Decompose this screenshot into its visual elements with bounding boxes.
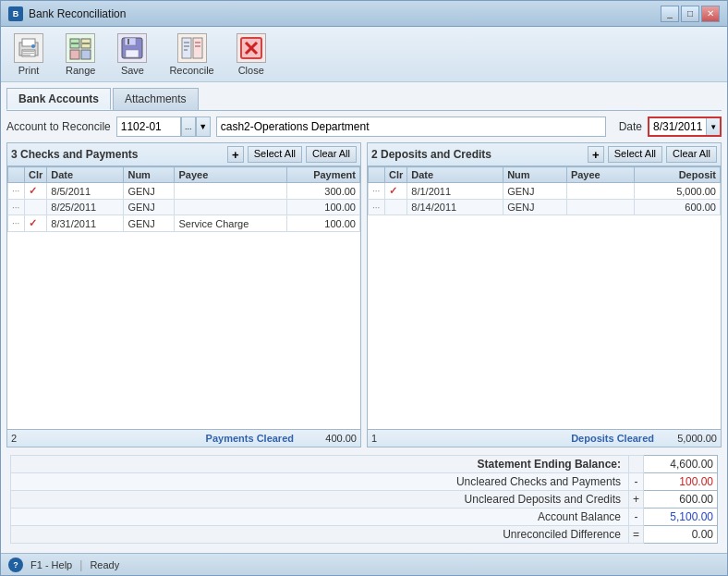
reconcile-label: Reconcile (169, 65, 213, 76)
print-button[interactable]: Print (8, 31, 49, 78)
payment-cell: 300.00 (287, 183, 360, 200)
date-label: Date (619, 120, 642, 133)
num-cell: GENJ (504, 200, 567, 215)
payment-cell: 100.00 (287, 200, 360, 215)
range-button[interactable]: Range (60, 31, 101, 78)
date-cell: 8/1/2011 (407, 183, 504, 200)
deposits-footer-count: 1 (371, 433, 390, 444)
tab-bank-accounts[interactable]: Bank Accounts (6, 88, 111, 110)
expand-btn[interactable]: ··· (369, 200, 385, 215)
checks-clear-all-button[interactable]: Clear All (306, 146, 357, 163)
help-text: F1 - Help (30, 559, 72, 570)
num-cell: GENJ (124, 215, 175, 232)
clr-cell: ✓ (385, 183, 407, 200)
dep-col-num: Num (504, 167, 567, 183)
main-area: Bank Accounts Attachments Account to Rec… (1, 82, 727, 553)
checks-footer-count: 2 (11, 433, 30, 444)
maximize-button[interactable]: □ (681, 6, 699, 22)
checks-select-all-button[interactable]: Select All (248, 146, 302, 163)
close-window-button[interactable]: ✕ (701, 6, 720, 22)
svg-rect-14 (125, 38, 136, 45)
date-cell: 8/31/2011 (47, 215, 124, 232)
account-dropdown-button[interactable]: ▼ (196, 116, 211, 137)
checks-footer-label: Payments Cleared (30, 433, 294, 444)
ending-balance-value: 4,600.00 (644, 456, 718, 473)
checks-panel-title: 3 Checks and Payments (11, 148, 224, 161)
tab-attachments[interactable]: Attachments (113, 88, 199, 110)
checks-col-clr: Clr (25, 167, 47, 183)
dep-col-clr: Clr (385, 167, 407, 183)
deposits-add-button[interactable]: + (588, 146, 604, 163)
deposits-table: Clr Date Num Payee Deposit ··· ✓ (368, 166, 721, 215)
dep-col-deposit: Deposit (635, 167, 721, 183)
checks-table: Clr Date Num Payee Payment ··· ✓ (7, 166, 360, 232)
account-code-field[interactable] (116, 116, 181, 137)
checks-add-button[interactable]: + (227, 146, 244, 163)
main-window: B Bank Reconciliation _ □ ✕ Pri (0, 0, 728, 576)
expand-btn[interactable]: ··· (8, 215, 25, 232)
range-label: Range (66, 65, 95, 76)
deposit-cell: 600.00 (635, 200, 721, 215)
deposits-panel: 2 Deposits and Credits + Select All Clea… (367, 142, 722, 447)
table-row: ··· ✓ 8/5/2011 GENJ 300.00 (8, 183, 360, 200)
help-icon: ? (8, 558, 23, 572)
expand-btn[interactable]: ··· (369, 183, 385, 200)
svg-rect-18 (193, 38, 202, 58)
status-divider: | (79, 558, 82, 571)
summary-row-ending: Statement Ending Balance: 4,600.00 (11, 456, 718, 473)
ending-balance-label: Statement Ending Balance: (11, 456, 629, 473)
reconcile-icon (177, 33, 207, 63)
svg-rect-5 (23, 55, 30, 55)
account-name-field[interactable] (216, 116, 606, 137)
save-button[interactable]: Save (112, 31, 152, 78)
close-label: Close (238, 65, 264, 76)
deposits-panel-header: 2 Deposits and Credits + Select All Clea… (368, 143, 721, 166)
deposits-select-all-button[interactable]: Select All (608, 146, 662, 163)
account-to-reconcile-label: Account to Reconcile (6, 120, 111, 133)
summary-row-uncleared-deposits: Uncleared Deposits and Credits + 600.00 (11, 491, 718, 509)
date-cell: 8/25/2011 (47, 200, 124, 215)
deposits-footer-amount: 5,000.00 (661, 433, 717, 444)
unreconciled-value: 0.00 (644, 526, 718, 544)
payee-cell (175, 183, 287, 200)
account-ellipsis-button[interactable]: ... (181, 116, 196, 137)
svg-rect-10 (81, 50, 91, 59)
reconcile-button[interactable]: Reconcile (164, 31, 219, 78)
print-icon (14, 33, 43, 63)
clr-cell (25, 200, 47, 215)
table-row: ··· 8/25/2011 GENJ 100.00 (8, 200, 360, 215)
account-balance-label: Account Balance (11, 509, 629, 526)
deposits-clear-all-button[interactable]: Clear All (666, 146, 717, 163)
uncleared-deposits-label: Uncleared Deposits and Credits (11, 491, 629, 509)
status-ready: Ready (90, 559, 119, 570)
expand-btn[interactable]: ··· (8, 200, 25, 215)
close-icon (237, 33, 266, 63)
date-dropdown-button[interactable]: ▼ (706, 118, 720, 135)
date-cell: 8/5/2011 (47, 183, 124, 200)
tabs: Bank Accounts Attachments (6, 88, 722, 111)
payee-cell (566, 200, 634, 215)
payee-cell (566, 183, 634, 200)
title-bar: B Bank Reconciliation _ □ ✕ (1, 1, 727, 27)
close-button[interactable]: Close (231, 31, 272, 78)
num-cell: GENJ (124, 200, 175, 215)
row1-prefix: - (628, 473, 643, 491)
minimize-button[interactable]: _ (661, 6, 679, 22)
summary-row-unreconciled: Unreconciled Difference = 0.00 (11, 526, 718, 544)
checks-col-expand (8, 167, 25, 183)
num-cell: GENJ (124, 183, 175, 200)
payee-cell: Service Charge (175, 215, 287, 232)
deposit-cell: 5,000.00 (635, 183, 721, 200)
print-label: Print (18, 65, 40, 76)
summary-row-account-balance: Account Balance - 5,100.00 (11, 509, 718, 526)
deposits-footer-label: Deposits Cleared (390, 433, 654, 444)
payee-cell (175, 200, 287, 215)
summary-table: Statement Ending Balance: 4,600.00 Uncle… (10, 455, 718, 544)
summary-row-uncleared-checks: Uncleared Checks and Payments - 100.00 (11, 473, 718, 491)
save-icon (117, 33, 147, 63)
uncleared-deposits-value: 600.00 (644, 491, 718, 509)
expand-btn[interactable]: ··· (8, 183, 25, 200)
deposits-panel-footer: 1 Deposits Cleared 5,000.00 (368, 429, 721, 447)
svg-point-6 (31, 44, 35, 48)
row4-prefix: = (628, 526, 643, 544)
